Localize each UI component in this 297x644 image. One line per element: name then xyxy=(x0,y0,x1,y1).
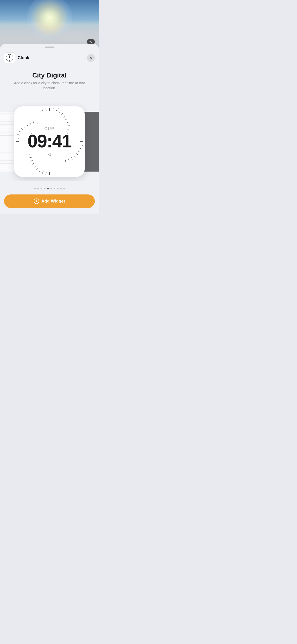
svg-line-44 xyxy=(21,128,23,130)
svg-line-41 xyxy=(17,138,19,138)
svg-line-39 xyxy=(29,154,31,154)
plus-circle-icon: + xyxy=(34,198,39,204)
svg-line-21 xyxy=(80,145,82,145)
svg-line-54 xyxy=(58,109,58,111)
svg-point-9 xyxy=(9,58,10,58)
add-widget-label: Add Widget xyxy=(41,199,65,204)
dot-6[interactable] xyxy=(54,188,55,189)
dot-3[interactable] xyxy=(44,188,46,189)
widget-description: Add a clock for a city to check the time… xyxy=(8,81,91,91)
svg-line-28 xyxy=(65,159,66,162)
svg-line-32 xyxy=(42,171,43,174)
svg-line-24 xyxy=(76,153,78,155)
svg-line-50 xyxy=(46,109,46,111)
svg-line-31 xyxy=(46,172,46,175)
dot-8[interactable] xyxy=(60,188,62,189)
close-icon: ✕ xyxy=(89,56,92,60)
dot-0[interactable] xyxy=(34,188,36,189)
svg-line-47 xyxy=(30,123,31,125)
add-widget-button[interactable]: + Add Widget xyxy=(4,194,95,208)
svg-line-26 xyxy=(71,157,72,159)
widget-title: City Digital xyxy=(0,71,99,79)
svg-line-25 xyxy=(74,155,75,157)
dot-2[interactable] xyxy=(40,188,42,189)
svg-line-49 xyxy=(37,121,37,124)
dot-5[interactable] xyxy=(50,188,52,189)
sheet-header: Clock ✕ xyxy=(0,51,99,65)
svg-line-48 xyxy=(33,122,34,124)
svg-line-29 xyxy=(62,160,62,162)
dot-7[interactable] xyxy=(57,188,59,189)
app-info: Clock xyxy=(4,52,29,63)
svg-line-22 xyxy=(79,148,81,149)
svg-line-37 xyxy=(31,160,33,161)
svg-line-35 xyxy=(34,166,36,168)
close-button[interactable]: ✕ xyxy=(87,54,95,62)
svg-line-18 xyxy=(67,126,69,126)
clock-app-icon-svg xyxy=(5,53,14,63)
svg-line-43 xyxy=(19,131,21,132)
svg-line-13 xyxy=(59,111,60,113)
widget-carousel[interactable]: CUP 09:41 -3 xyxy=(0,103,99,181)
svg-line-15 xyxy=(63,116,65,117)
page-dots xyxy=(0,188,99,189)
dot-1[interactable] xyxy=(37,188,39,189)
offset-label: -3 xyxy=(48,152,51,157)
svg-line-27 xyxy=(68,158,69,160)
svg-line-17 xyxy=(66,122,68,123)
svg-line-51 xyxy=(42,110,43,112)
carousel-card-main[interactable]: CUP 09:41 -3 xyxy=(14,106,85,177)
svg-line-14 xyxy=(61,113,63,115)
svg-line-45 xyxy=(24,126,25,128)
widget-sheet: Clock ✕ City Digital Add a clock for a c… xyxy=(0,44,99,214)
time-display: 09:41 xyxy=(27,132,71,150)
svg-line-46 xyxy=(27,124,28,126)
city-label: CUP xyxy=(45,127,55,131)
app-icon xyxy=(4,52,15,63)
drag-handle[interactable] xyxy=(45,47,54,48)
svg-line-42 xyxy=(18,134,20,135)
dot-4-active[interactable] xyxy=(47,188,49,189)
svg-line-33 xyxy=(39,170,40,172)
svg-line-38 xyxy=(30,157,32,158)
app-name-label: Clock xyxy=(18,55,29,60)
svg-line-11 xyxy=(53,109,53,111)
apple-tv-label: tv xyxy=(90,40,92,44)
svg-line-23 xyxy=(78,151,80,152)
svg-line-16 xyxy=(65,119,67,120)
svg-line-19 xyxy=(68,129,70,129)
svg-line-34 xyxy=(36,168,38,170)
svg-line-36 xyxy=(32,163,34,165)
svg-line-12 xyxy=(56,110,57,112)
dot-9[interactable] xyxy=(63,188,65,189)
